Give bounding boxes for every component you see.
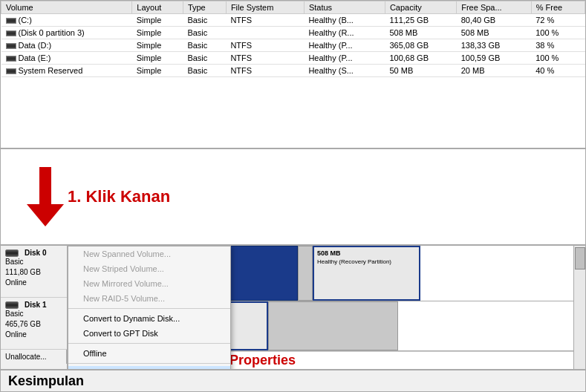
row4-layout: Simple [132,65,183,77]
menu-item-new-mirrored[interactable]: New Mirrored Volume... [68,276,230,291]
row3-layout: Simple [132,52,183,65]
row4-percent: 40 % [531,65,585,77]
unallocated-item: Unallocate... [1,350,67,364]
disk1-info: Basic 465,76 GB Online [5,309,62,340]
row3-percent: 100 % [531,52,585,65]
row3-volume: Data (E:) [1,52,132,65]
row2-percent: 38 % [531,39,585,52]
row3-fs: NTFS [226,52,304,65]
col-free: Free Spa... [457,1,532,14]
menu-item-properties[interactable]: Properties [68,366,230,369]
row1-status: Healthy (R... [304,27,385,39]
svg-marker-2 [27,204,64,226]
disk-icon [6,56,16,62]
menu-sep-1 [68,308,230,309]
disk0-name: Disk 0 [5,249,62,257]
row4-capacity: 50 MB [385,65,456,77]
main-window: Volume Layout Type File System Status Ca… [0,0,586,392]
row4-fs: NTFS [226,65,304,77]
disk1-icon [5,301,19,309]
row0-fs: NTFS [226,14,304,27]
row3-free: 100,59 GB [457,52,532,65]
disk-table: Volume Layout Type File System Status Ca… [1,1,585,77]
partition-unalloc0 [298,246,313,301]
row0-percent: 72 % [531,14,585,27]
menu-item-new-raid5[interactable]: New RAID-5 Volume... [68,291,230,306]
row1-layout: Simple [132,27,183,39]
kesimpulan-bar: Kesimpulan [1,369,585,391]
row2-capacity: 365,08 GB [385,39,456,52]
row1-percent: 100 % [531,27,585,39]
volume-table-section: Volume Layout Type File System Status Ca… [1,1,585,149]
table-row[interactable]: Data (E:) Simple Basic NTFS Healthy (P..… [1,52,585,65]
row1-volume: (Disk 0 partition 3) [1,27,132,39]
menu-item-offline[interactable]: Offline [68,346,230,361]
row1-fs [226,27,304,39]
row0-volume: (C:) [1,14,132,27]
disk-map-area: (C:) 111,25 GB NTFS Healthy (Boot, Page … [68,246,573,369]
disk1-item: Disk 1 Basic 465,76 GB Online [1,298,67,350]
menu-item-convert-gpt[interactable]: Convert to GPT Disk [68,326,230,341]
table-row[interactable]: (Disk 0 partition 3) Simple Basic Health… [1,27,585,39]
col-volume: Volume [1,1,132,14]
row0-free: 80,40 GB [457,14,532,27]
col-status: Status [304,1,385,14]
table-row[interactable]: System Reserved Simple Basic NTFS Health… [1,65,585,77]
menu-item-new-striped[interactable]: New Striped Volume... [68,261,230,276]
disk0-item: Disk 0 Basic 111,80 GB Online [1,246,67,298]
row1-free: 508 MB [457,27,532,39]
menu-item-new-spanned[interactable]: New Spanned Volume... [68,246,230,261]
row2-type: Basic [183,39,226,52]
row2-volume: Data (D:) [1,39,132,52]
table-row[interactable]: (C:) Simple Basic NTFS Healthy (B... 111… [1,14,585,27]
row3-capacity: 100,68 GB [385,52,456,65]
disk-icon [6,68,16,74]
disk1-end [268,301,398,350]
partition-recovery[interactable]: 508 MB Healthy (Recovery Partition) [313,246,420,301]
table-row[interactable]: Data (D:) Simple Basic NTFS Healthy (P..… [1,39,585,52]
recovery-status: Healthy (Recovery Partition) [317,258,416,266]
col-percent: % Free [531,1,585,14]
menu-item-convert-dynamic[interactable]: Convert to Dynamic Disk... [68,311,230,326]
row0-type: Basic [183,14,226,27]
scrollbar-thumb[interactable] [575,247,585,270]
disk-icon [6,43,16,49]
row2-fs: NTFS [226,39,304,52]
disk0-info: Basic 111,80 GB Online [5,257,62,288]
svg-rect-1 [39,167,51,204]
col-layout: Layout [132,1,183,14]
context-menu: New Spanned Volume... New Striped Volume… [68,246,231,369]
menu-sep-2 [68,343,230,344]
disk-icon [6,30,16,36]
row4-free: 20 MB [457,65,532,77]
row4-volume: System Reserved [1,65,132,77]
row4-type: Basic [183,65,226,77]
annotation1-text: 1. Klik Kanan [68,187,170,206]
disk-map-section: Disk 0 Basic 111,80 GB Online Disk 1 Bas… [1,246,585,369]
row2-status: Healthy (P... [304,39,385,52]
scrollbar[interactable] [573,246,585,369]
row2-layout: Simple [132,39,183,52]
row0-status: Healthy (B... [304,14,385,27]
disk0-icon [5,249,19,257]
row1-capacity: 508 MB [385,27,456,39]
table-header-row: Volume Layout Type File System Status Ca… [1,1,585,14]
row4-status: Healthy (S... [304,65,385,77]
row3-status: Healthy (P... [304,52,385,65]
recovery-label: 508 MB [317,249,416,258]
row1-type: Basic [183,27,226,39]
kesimpulan-text: Kesimpulan [8,373,84,389]
col-filesystem: File System [226,1,304,14]
row3-type: Basic [183,52,226,65]
arrow-down-icon [23,163,68,230]
disk-list: Disk 0 Basic 111,80 GB Online Disk 1 Bas… [1,246,68,369]
col-type: Type [183,1,226,14]
row0-capacity: 111,25 GB [385,14,456,27]
annotation-area-1: 1. Klik Kanan [1,149,585,246]
row2-free: 138,33 GB [457,39,532,52]
disk-icon [6,18,16,24]
col-capacity: Capacity [385,1,456,14]
row0-layout: Simple [132,14,183,27]
menu-sep-3 [68,363,230,364]
disk1-name: Disk 1 [5,301,62,309]
